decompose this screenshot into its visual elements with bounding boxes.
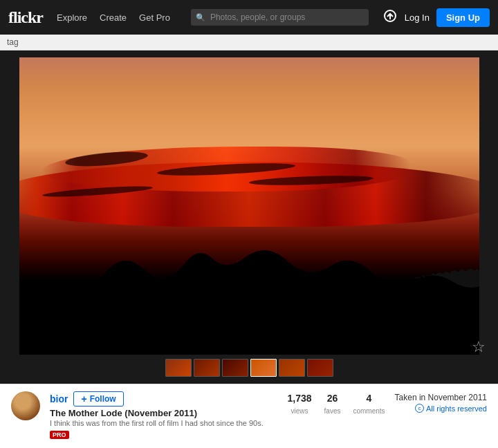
pro-badge: PRO	[50, 431, 69, 439]
flickr-logo: flickr	[8, 8, 43, 27]
views-count: 1,738	[288, 393, 312, 404]
navbar: flickr Explore Create Get Pro 🔍 Log In S…	[0, 0, 498, 35]
info-bar: bior + Follow The Mother Lode (November …	[0, 384, 498, 445]
stats-section: 1,738 views 26 faves 4 comments	[288, 391, 385, 416]
copyright-icon: c	[415, 404, 424, 413]
thumbnail-6[interactable]	[307, 359, 333, 377]
upload-icon[interactable]	[382, 10, 398, 26]
user-section: bior + Follow The Mother Lode (November …	[50, 391, 278, 440]
login-button[interactable]: Log In	[405, 12, 430, 23]
nav-links: Explore Create Get Pro	[57, 11, 170, 24]
avatar[interactable]	[11, 391, 40, 420]
taken-date: Taken in November 2011	[395, 393, 487, 402]
search-bar: 🔍	[191, 9, 369, 26]
username[interactable]: bior	[50, 393, 68, 404]
comments-count: 4	[353, 393, 385, 404]
nav-create[interactable]: Create	[100, 12, 127, 23]
signup-button[interactable]: Sign Up	[436, 8, 490, 27]
search-icon: 🔍	[196, 13, 205, 22]
main-photo	[19, 57, 479, 355]
nav-getpro[interactable]: Get Pro	[139, 12, 170, 23]
thumbnail-3[interactable]	[222, 359, 248, 377]
follow-label: Follow	[90, 394, 116, 404]
rights-label: All rights reserved	[426, 404, 487, 413]
taken-section: Taken in November 2011 c All rights rese…	[395, 391, 487, 413]
favorite-star[interactable]: ☆	[472, 338, 486, 356]
rights-link[interactable]: c All rights reserved	[395, 404, 487, 413]
follow-plus-icon: +	[81, 393, 86, 404]
photo-title: The Mother Lode (November 2011)	[50, 408, 278, 418]
faves-count: 26	[324, 393, 341, 404]
stat-comments: 4 comments	[353, 393, 385, 416]
stat-faves: 26 faves	[324, 393, 341, 416]
search-input[interactable]	[191, 9, 369, 26]
photo-description: I think this was from the first roll of …	[50, 419, 278, 427]
photo-container: ☆	[0, 50, 498, 384]
views-label: views	[291, 407, 308, 415]
stat-views: 1,738 views	[288, 393, 312, 416]
breadcrumb: tag	[0, 35, 498, 50]
thumbnail-5[interactable]	[279, 359, 305, 377]
nav-explore[interactable]: Explore	[57, 12, 87, 23]
thumbnail-strip	[165, 355, 333, 380]
sunset-background	[19, 57, 479, 355]
breadcrumb-text: tag	[7, 37, 19, 47]
thumbnail-4[interactable]	[250, 359, 277, 377]
nav-right: Log In Sign Up	[382, 8, 490, 27]
thumbnail-2[interactable]	[194, 359, 220, 377]
user-top: bior + Follow	[50, 391, 278, 407]
comments-label: comments	[353, 407, 385, 415]
faves-label: faves	[324, 407, 341, 415]
mountain-silhouette	[19, 242, 479, 355]
thumbnail-1[interactable]	[165, 359, 192, 377]
follow-button[interactable]: + Follow	[73, 391, 123, 407]
avatar-image	[11, 391, 40, 420]
